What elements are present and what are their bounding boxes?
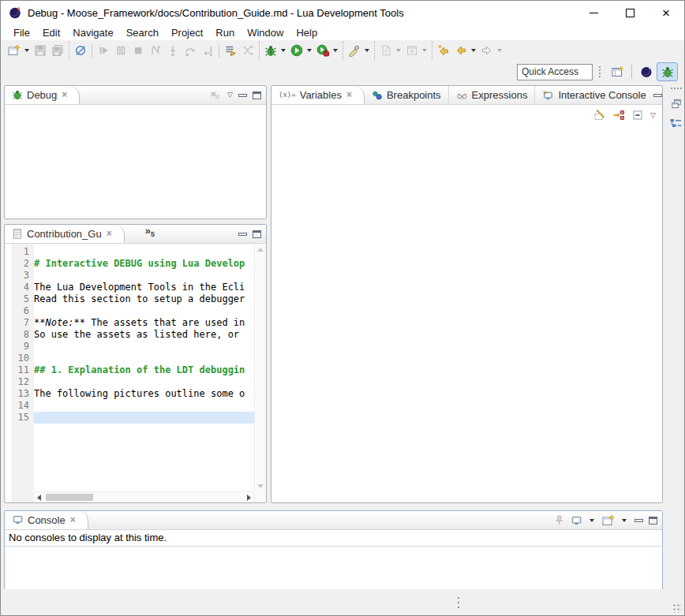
editor-line[interactable] <box>34 353 254 364</box>
outline-view-icon[interactable] <box>669 118 683 130</box>
line-number[interactable]: 5 <box>13 293 29 305</box>
menu-edit[interactable]: Edit <box>36 27 66 39</box>
open-element-dropdown-icon[interactable] <box>422 49 427 52</box>
new-wizard-dropdown-icon[interactable] <box>24 49 29 52</box>
scroll-left-icon[interactable] <box>37 495 41 501</box>
tab-editor-contribution-guide[interactable]: Contribution_Gu <box>5 225 125 243</box>
tab-console[interactable]: Console <box>5 511 88 529</box>
window-close-button[interactable] <box>648 1 684 24</box>
line-number[interactable]: 11 <box>13 364 29 376</box>
show-type-names-icon[interactable] <box>593 109 606 121</box>
console-maximize-icon[interactable] <box>649 517 657 525</box>
editor-lines[interactable]: # Interactive DEBUG using Lua DevelopThe… <box>34 244 254 502</box>
forward-dropdown-icon[interactable] <box>497 49 502 52</box>
line-number[interactable]: 14 <box>13 400 29 412</box>
save-icon[interactable] <box>32 42 49 59</box>
editor-vertical-scrollbar[interactable] <box>254 244 266 502</box>
quick-access-input[interactable] <box>517 64 593 80</box>
line-number[interactable]: 12 <box>13 376 29 388</box>
annotation-ruler[interactable] <box>5 244 13 502</box>
line-number[interactable]: 4 <box>13 282 29 293</box>
console-minimize-icon[interactable] <box>634 519 643 522</box>
tab-debug[interactable]: Debug <box>5 86 80 104</box>
line-number[interactable]: 15 <box>13 412 29 424</box>
line-number[interactable]: 1 <box>13 246 29 258</box>
editor-maximize-icon[interactable] <box>253 230 261 238</box>
display-selected-console-dropdown-icon[interactable] <box>590 519 594 522</box>
skip-all-breakpoints-icon[interactable] <box>72 42 89 59</box>
menu-window[interactable]: Window <box>241 27 290 39</box>
external-tools-icon[interactable] <box>346 42 363 59</box>
variables-content[interactable] <box>271 125 662 502</box>
tab-editor-close-icon[interactable] <box>107 229 112 238</box>
tab-debug-close-icon[interactable] <box>62 90 67 99</box>
window-maximize-button[interactable] <box>612 1 648 24</box>
trim-drag-handle[interactable] <box>670 87 683 90</box>
show-logical-structure-icon[interactable] <box>612 109 625 121</box>
console-content[interactable] <box>5 547 662 589</box>
save-all-icon[interactable] <box>49 42 66 59</box>
editor-line[interactable]: The following pictures outline some o <box>34 388 254 400</box>
debug-perspective-button[interactable] <box>657 62 678 81</box>
open-console-dropdown-icon[interactable] <box>622 519 627 522</box>
window-resize-grip[interactable] <box>672 603 682 613</box>
restore-view-icon[interactable] <box>670 98 683 110</box>
editor-line[interactable]: ## 1. Explanation of the LDT debuggin <box>34 364 254 376</box>
menu-navigate[interactable]: Navigate <box>66 27 119 39</box>
line-number[interactable]: 3 <box>13 270 29 282</box>
back-dropdown-icon[interactable] <box>471 49 476 52</box>
editor-line[interactable] <box>34 376 254 388</box>
debug-view-content[interactable] <box>5 105 266 218</box>
line-number[interactable]: 2 <box>13 258 29 270</box>
editor-line[interactable] <box>34 305 254 317</box>
profile-dropdown-icon[interactable] <box>333 49 338 52</box>
drop-to-frame-icon[interactable] <box>222 42 239 59</box>
variables-view-menu-icon[interactable] <box>650 112 656 119</box>
open-console-icon[interactable] <box>602 514 615 527</box>
new-wizard-icon[interactable] <box>6 42 23 59</box>
lua-perspective-button[interactable] <box>635 62 657 81</box>
window-minimize-button[interactable] <box>575 1 612 24</box>
debug-view-menu-icon[interactable] <box>227 91 233 99</box>
menu-search[interactable]: Search <box>120 27 165 39</box>
editor-line[interactable]: So use the assets as listed here, or <box>34 329 254 341</box>
debug-maximize-icon[interactable] <box>253 91 261 99</box>
menu-help[interactable]: Help <box>290 27 324 39</box>
editor-line[interactable] <box>34 400 254 412</box>
menu-run[interactable]: Run <box>209 27 241 39</box>
toolbar-drag-handle[interactable] <box>598 65 601 78</box>
editor-line[interactable]: Read this section to setup a debugger <box>34 293 254 305</box>
line-number[interactable]: 9 <box>13 341 29 353</box>
variables-minimize-icon[interactable] <box>653 94 662 97</box>
editor-gutter[interactable]: 123456789101112131415 <box>13 244 34 502</box>
line-number[interactable]: 6 <box>13 305 29 317</box>
profile-launch-icon[interactable] <box>314 42 331 59</box>
debug-launch-icon[interactable] <box>262 42 279 59</box>
scroll-up-icon[interactable] <box>257 248 264 252</box>
horizontal-scroll-thumb[interactable] <box>46 494 93 501</box>
new-file-dropdown-icon[interactable] <box>396 49 401 52</box>
run-dropdown-icon[interactable] <box>307 49 312 52</box>
editor-line[interactable] <box>34 341 254 353</box>
open-perspective-button[interactable] <box>607 62 628 81</box>
back-icon[interactable] <box>452 42 470 59</box>
tab-interactive-console[interactable]: Interactive Console <box>535 86 653 104</box>
editor-line[interactable] <box>34 412 254 424</box>
hidden-editors-chevron[interactable]: 5 <box>145 225 155 243</box>
display-selected-console-icon[interactable] <box>571 515 582 526</box>
line-number[interactable]: 8 <box>13 329 29 341</box>
tab-console-close-icon[interactable] <box>70 515 76 525</box>
debug-minimize-icon[interactable] <box>238 94 247 97</box>
tab-variables[interactable]: (x)= Variables <box>271 86 365 104</box>
editor-line[interactable] <box>34 270 254 282</box>
menu-file[interactable]: File <box>7 27 36 39</box>
run-launch-icon[interactable] <box>288 42 305 59</box>
tab-breakpoints[interactable]: Breakpoints <box>365 86 449 104</box>
external-tools-dropdown-icon[interactable] <box>365 49 369 52</box>
collapse-all-icon[interactable] <box>631 109 644 121</box>
line-number[interactable]: 10 <box>13 353 29 364</box>
tab-expressions[interactable]: Expressions <box>449 86 536 104</box>
line-number[interactable]: 13 <box>13 388 29 400</box>
debug-dropdown-icon[interactable] <box>281 49 286 52</box>
editor-line[interactable]: **Note:** The assets that are used in <box>34 317 254 329</box>
